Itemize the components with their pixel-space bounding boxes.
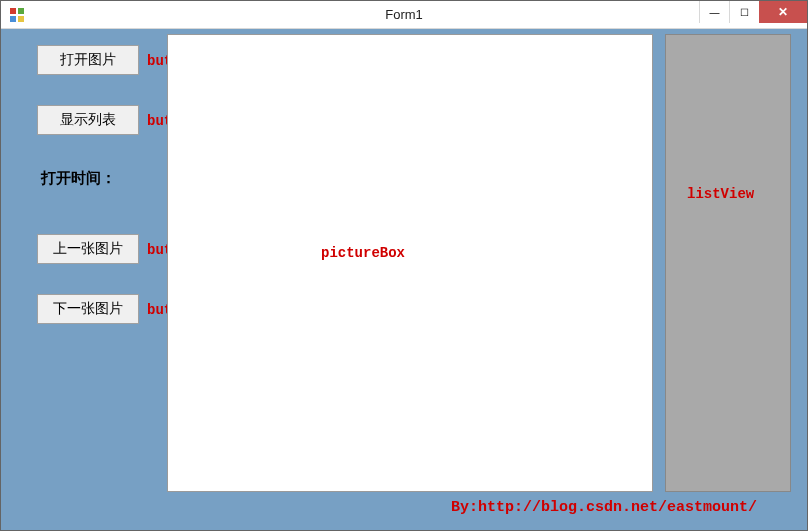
list-view[interactable]	[665, 34, 791, 492]
show-list-button[interactable]: 显示列表	[37, 105, 139, 135]
annotation-listview: listView	[687, 186, 754, 202]
annotation-picturebox: pictureBox	[321, 245, 405, 261]
prev-image-button[interactable]: 上一张图片	[37, 234, 139, 264]
minimize-button[interactable]: —	[699, 1, 729, 23]
svg-rect-1	[18, 8, 24, 14]
next-image-button[interactable]: 下一张图片	[37, 294, 139, 324]
svg-rect-0	[10, 8, 16, 14]
svg-rect-2	[10, 16, 16, 22]
open-time-label: 打开时间：	[41, 169, 116, 188]
app-icon	[9, 7, 25, 23]
window-controls: — ☐ ✕	[699, 1, 807, 23]
open-image-button[interactable]: 打开图片	[37, 45, 139, 75]
close-button[interactable]: ✕	[759, 1, 807, 23]
maximize-button[interactable]: ☐	[729, 1, 759, 23]
svg-rect-3	[18, 16, 24, 22]
window-frame: Form1 — ☐ ✕ 打开图片 button1 显示列表 button2 打开…	[0, 0, 808, 531]
titlebar[interactable]: Form1 — ☐ ✕	[1, 1, 807, 29]
client-area: 打开图片 button1 显示列表 button2 打开时间： 上一张图片 bu…	[1, 29, 807, 530]
window-title: Form1	[385, 7, 423, 22]
picture-box	[167, 34, 653, 492]
credit-text: By:http://blog.csdn.net/eastmount/	[451, 499, 757, 516]
